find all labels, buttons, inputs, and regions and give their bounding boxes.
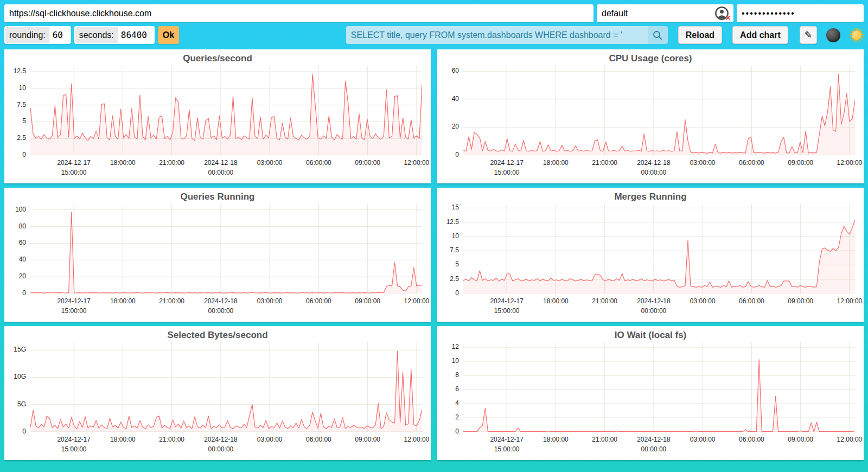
y-axis-tick-label: 60 [4, 239, 26, 246]
x-axis-tick-label: 03:00:00 [690, 436, 716, 443]
y-axis-tick-label: 10G [4, 373, 26, 380]
x-axis-tick-label: 21:00:00 [159, 297, 184, 305]
x-axis-tick-label-line2: 15:00:00 [61, 445, 87, 453]
x-badge-icon: ✕ [725, 14, 731, 22]
y-axis-tick-label: 12.5 [4, 67, 26, 75]
y-axis-tick-label: 7.5 [4, 101, 26, 109]
rounding-label: rounding: [5, 27, 49, 43]
y-axis-tick-label: 80 [4, 222, 26, 230]
url-input[interactable] [4, 4, 593, 22]
controls-bar: rounding: seconds: Ok SELECT title, quer… [4, 26, 864, 44]
x-axis-tick-label: 2024-12-18 [637, 297, 670, 305]
user-input[interactable] [597, 4, 733, 22]
y-axis-tick-label: 6 [437, 385, 459, 393]
chart-panel-queries-running: Queries Running0204060801002024-12-1715:… [4, 188, 431, 322]
chart-panel-merges-running: Merges Running02.557.51012.5152024-12-17… [437, 188, 864, 322]
x-axis-tick-label: 03:00:00 [257, 297, 283, 305]
x-axis-tick-label: 18:00:00 [110, 436, 136, 443]
y-axis-tick-label: 5 [437, 260, 459, 268]
x-axis-tick-label: 2024-12-18 [204, 159, 237, 167]
connection-bar: ✕ [4, 4, 864, 22]
y-axis-tick-label: 40 [4, 256, 26, 263]
rounding-input[interactable] [49, 27, 70, 43]
x-axis-tick-label: 21:00:00 [592, 297, 617, 305]
x-axis-tick-label: 03:00:00 [257, 159, 283, 167]
x-axis-tick-label: 06:00:00 [739, 159, 764, 167]
password-input[interactable] [737, 4, 864, 22]
chart-title: Merges Running [437, 192, 864, 202]
x-axis-tick-label: 18:00:00 [110, 297, 136, 305]
y-axis-tick-label: 2.5 [4, 134, 26, 142]
add-chart-button[interactable]: Add chart [732, 26, 788, 44]
x-axis-tick-label: 06:00:00 [739, 436, 764, 443]
x-axis-tick-label: 06:00:00 [306, 297, 331, 305]
x-axis-tick-label: 12:00:00 [404, 159, 430, 167]
y-axis-tick-label: 0 [4, 151, 26, 158]
seconds-label: seconds: [75, 27, 118, 43]
chart-plot-area[interactable] [30, 66, 422, 155]
user-field-wrap: ✕ [597, 4, 733, 22]
x-axis-tick-label: 21:00:00 [159, 436, 184, 443]
x-axis-tick-label-line2: 00:00:00 [208, 307, 234, 315]
y-axis-tick-label: 10 [437, 232, 459, 240]
dashboard-query-group: SELECT title, query FROM system.dashboar… [346, 26, 668, 44]
y-axis-tick-label: 20 [437, 123, 459, 130]
y-axis-tick-label: 12.5 [437, 218, 459, 226]
seconds-box: seconds: [74, 26, 155, 44]
chart-plot-area[interactable] [463, 66, 855, 155]
x-axis-tick-label: 09:00:00 [788, 159, 813, 167]
magnifier-icon [652, 30, 663, 41]
dashboard-query-input[interactable]: SELECT title, query FROM system.dashboar… [346, 26, 648, 44]
chart-plot-area[interactable] [30, 342, 422, 432]
reload-button[interactable]: Reload [678, 26, 722, 44]
x-axis-tick-label-line2: 00:00:00 [641, 307, 667, 315]
y-axis-tick-label: 0 [4, 428, 26, 435]
x-axis-tick-label: 06:00:00 [739, 297, 764, 305]
chart-panel-selected-bytes: Selected Bytes/second05G10G15G2024-12-17… [4, 326, 431, 460]
x-axis-tick-label: 03:00:00 [257, 436, 283, 443]
x-axis-tick-label: 2024-12-17 [490, 159, 523, 167]
y-axis-tick-label: 100 [4, 206, 26, 213]
x-axis-tick-label: 2024-12-18 [637, 436, 670, 443]
x-axis-tick-label: 18:00:00 [543, 297, 569, 305]
x-axis-tick-label: 2024-12-18 [204, 436, 237, 443]
y-axis-tick-label: 5G [4, 400, 26, 408]
x-axis-tick-label: 09:00:00 [355, 436, 380, 443]
dashboard-grid: Queries/second02.557.51012.52024-12-1715… [4, 49, 864, 460]
ok-button[interactable]: Ok [158, 26, 179, 44]
x-axis-tick-label-line2: 00:00:00 [208, 445, 234, 453]
sun-face-icon[interactable] [850, 28, 864, 42]
x-axis-tick-label: 2024-12-17 [57, 159, 90, 167]
x-axis-tick-label: 12:00:00 [837, 159, 863, 167]
y-axis-tick-label: 10 [437, 357, 459, 365]
y-axis-tick-label: 0 [437, 428, 459, 435]
chart-panel-io-wait: IO Wait (local fs)0246810122024-12-1715:… [437, 326, 864, 460]
x-axis-tick-label: 06:00:00 [306, 159, 331, 167]
chart-plot-area[interactable] [463, 342, 855, 432]
y-axis-tick-label: 8 [437, 371, 459, 379]
y-axis-tick-label: 20 [4, 272, 26, 280]
seconds-input[interactable] [118, 27, 154, 43]
x-axis-tick-label-line2: 15:00:00 [494, 445, 520, 453]
x-axis-tick-label: 2024-12-18 [204, 297, 237, 305]
x-axis-tick-label: 18:00:00 [110, 159, 136, 167]
pencil-icon[interactable]: ✎ [800, 26, 817, 44]
x-axis-tick-label: 2024-12-18 [637, 159, 670, 167]
x-axis-tick-label: 21:00:00 [592, 159, 617, 167]
x-axis-tick-label: 09:00:00 [788, 297, 813, 305]
chart-title: IO Wait (local fs) [437, 330, 864, 341]
y-axis-tick-label: 7.5 [437, 246, 459, 254]
chart-plot-area[interactable] [30, 204, 422, 294]
moon-face-icon[interactable] [826, 28, 840, 42]
y-axis-tick-label: 15G [4, 346, 26, 353]
x-axis-tick-label: 18:00:00 [543, 436, 569, 443]
chart-plot-area[interactable] [463, 204, 855, 294]
x-axis-tick-label: 18:00:00 [543, 159, 569, 167]
y-axis-tick-label: 10 [4, 84, 26, 92]
y-axis-tick-label: 40 [437, 95, 459, 103]
search-button[interactable] [648, 26, 668, 44]
chart-title: Queries Running [4, 192, 431, 202]
chart-title: Selected Bytes/second [4, 330, 431, 341]
x-axis-tick-label: 12:00:00 [404, 297, 430, 305]
user-with-x-icon[interactable]: ✕ [714, 6, 729, 21]
